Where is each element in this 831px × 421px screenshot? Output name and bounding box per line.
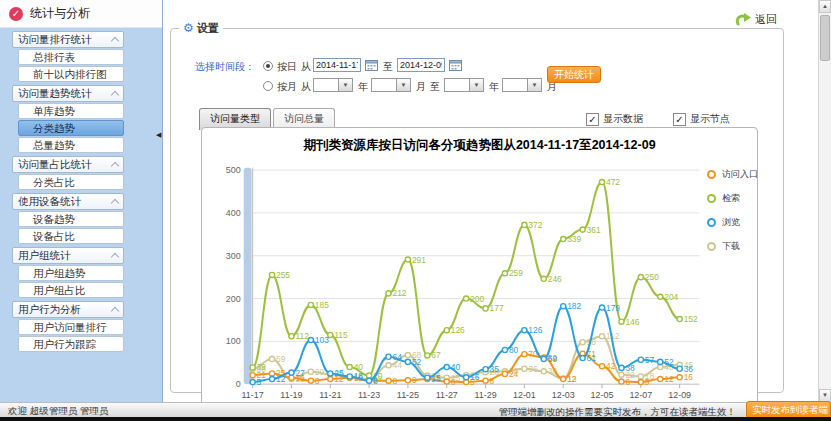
svg-text:40: 40: [451, 362, 461, 372]
from-month-select[interactable]: ▼: [371, 78, 411, 92]
svg-text:259: 259: [509, 268, 523, 278]
svg-text:24: 24: [509, 369, 519, 379]
status-bar: 欢迎 超级管理员 管理员 管理端增删改的操作需要实时发布，方可在读者端生效！ 实…: [0, 402, 831, 417]
svg-text:8: 8: [373, 376, 378, 386]
dropdown-arrow-icon[interactable]: ▼: [338, 79, 352, 91]
sidebar-item[interactable]: 用户组占比: [18, 282, 124, 298]
legend-marker-icon: [707, 242, 716, 251]
to-month-select[interactable]: ▼: [502, 78, 542, 92]
from-year-select[interactable]: ▼: [313, 78, 353, 92]
sidebar-group[interactable]: 使用设备统计: [12, 193, 124, 210]
legend-label: 下载: [722, 240, 740, 253]
svg-text:8: 8: [392, 376, 397, 386]
settings-legend-label: 设置: [197, 22, 219, 34]
svg-text:472: 472: [606, 177, 620, 187]
svg-text:57: 57: [645, 355, 655, 365]
chevron-up-icon: [111, 90, 119, 98]
sidebar-group-label: 使用设备统计: [18, 194, 81, 209]
legend-marker-icon: [707, 218, 716, 227]
show-data-checkbox[interactable]: ✓ 显示数据: [586, 112, 643, 126]
sidebar-item[interactable]: 用户组趋势: [18, 265, 124, 281]
year-label: 年: [358, 80, 368, 94]
chevron-up-icon: [111, 161, 119, 169]
checkbox-check-icon: ✓: [673, 113, 686, 126]
legend-label: 访问入口: [722, 168, 758, 181]
svg-text:200: 200: [226, 294, 241, 304]
svg-text:15: 15: [431, 373, 441, 383]
sidebar-item[interactable]: 用户访问量排行: [18, 319, 124, 335]
show-nodes-checkbox[interactable]: ✓ 显示节点: [673, 112, 730, 126]
start-statistics-button[interactable]: 开始统计: [547, 66, 601, 83]
svg-text:36: 36: [684, 364, 694, 374]
sidebar-item[interactable]: 用户行为跟踪: [18, 336, 124, 352]
svg-text:212: 212: [392, 288, 406, 298]
svg-text:11-17: 11-17: [242, 390, 264, 400]
svg-text:64: 64: [392, 352, 402, 362]
svg-text:185: 185: [315, 300, 329, 310]
svg-text:12-07: 12-07: [629, 390, 652, 400]
svg-text:16: 16: [684, 372, 694, 382]
svg-text:112: 112: [295, 331, 309, 341]
gear-icon: ⚙: [183, 21, 194, 35]
calendar-icon[interactable]: [449, 59, 462, 71]
sidebar-group-label: 访问量排行统计: [18, 32, 92, 47]
sidebar-group[interactable]: 访问量占比统计: [12, 156, 124, 173]
dropdown-arrow-icon[interactable]: ▼: [527, 79, 541, 91]
svg-text:177: 177: [490, 303, 504, 313]
svg-text:11-25: 11-25: [397, 390, 419, 400]
sidebar-group[interactable]: 用户组统计: [12, 247, 124, 264]
svg-text:182: 182: [567, 301, 581, 311]
svg-text:38: 38: [625, 363, 635, 373]
chevron-up-icon: [111, 36, 119, 44]
sidebar-item[interactable]: 分类趋势: [18, 120, 124, 136]
sidebar-item[interactable]: 设备占比: [18, 228, 124, 244]
by-month-label: 按月: [277, 80, 297, 94]
scroll-up-icon[interactable]: ▲: [819, 0, 831, 13]
sidebar-group-label: 用户组统计: [18, 248, 71, 263]
svg-text:115: 115: [334, 330, 348, 340]
to-label: 至: [383, 60, 393, 74]
from-label: 从: [301, 60, 311, 74]
date-to-input[interactable]: [397, 58, 445, 72]
sidebar-group[interactable]: 用户行为分析: [12, 301, 124, 318]
svg-text:12: 12: [276, 374, 286, 384]
svg-text:11-29: 11-29: [474, 390, 496, 400]
calendar-icon[interactable]: [365, 59, 378, 71]
vertical-scrollbar[interactable]: ▲ ▼: [818, 0, 831, 402]
svg-text:246: 246: [548, 274, 562, 284]
sidebar-item[interactable]: 总量趋势: [18, 137, 124, 153]
svg-text:52: 52: [664, 357, 674, 367]
settings-panel: ⚙ 设置 选择时间段： 按日 从 至 按月 从: [170, 21, 784, 393]
svg-text:12-09: 12-09: [668, 390, 691, 400]
display-options: ✓ 显示数据 ✓ 显示节点: [586, 112, 730, 126]
svg-text:300: 300: [226, 251, 241, 261]
dropdown-arrow-icon[interactable]: ▼: [469, 79, 483, 91]
svg-text:12: 12: [567, 374, 577, 384]
svg-text:12-01: 12-01: [513, 390, 536, 400]
sidebar-item[interactable]: 单库趋势: [18, 103, 124, 119]
to-year-select[interactable]: ▼: [444, 78, 484, 92]
svg-text:5: 5: [645, 377, 650, 387]
dropdown-arrow-icon[interactable]: ▼: [396, 79, 410, 91]
collapse-sidebar-icon[interactable]: ◀: [156, 131, 161, 138]
sidebar-group[interactable]: 访问量排行统计: [12, 31, 124, 48]
sidebar-item[interactable]: 前十以内排行图: [18, 66, 124, 82]
legend-item: 下载: [707, 240, 758, 253]
svg-text:59: 59: [276, 354, 286, 364]
checkbox-check-icon: ✓: [586, 113, 599, 126]
date-from-input[interactable]: [313, 58, 361, 72]
svg-text:400: 400: [226, 208, 241, 218]
by-day-radio[interactable]: [263, 61, 273, 71]
settings-legend: ⚙ 设置: [179, 21, 223, 36]
svg-text:25: 25: [334, 368, 344, 378]
svg-text:8: 8: [490, 376, 495, 386]
scrollbar-thumb[interactable]: [820, 15, 830, 61]
sidebar-group[interactable]: 访问量趋势统计: [12, 85, 124, 102]
sidebar-item[interactable]: 分类占比: [18, 174, 124, 190]
by-month-radio[interactable]: [263, 81, 273, 91]
svg-text:8: 8: [315, 376, 320, 386]
sidebar-item[interactable]: 总排行表: [18, 49, 124, 65]
legend-item: 检索: [707, 192, 758, 205]
sidebar-item[interactable]: 设备趋势: [18, 211, 124, 227]
app-window: ✓ 统计与分析 访问量排行统计总排行表前十以内排行图访问量趋势统计单库趋势分类趋…: [0, 0, 831, 421]
